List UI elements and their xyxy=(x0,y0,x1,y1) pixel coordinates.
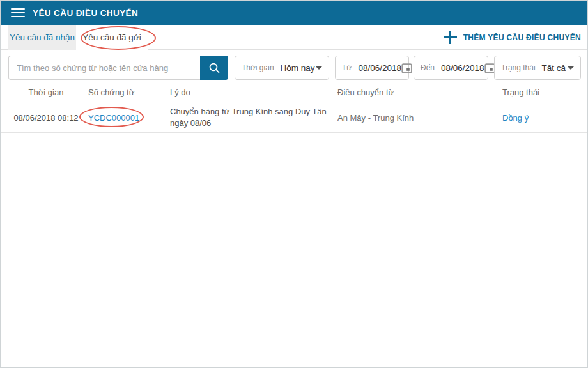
column-header-status: Trạng thái xyxy=(502,82,579,102)
date-to-value: 08/06/2018 xyxy=(441,63,484,73)
row-doc-number-link[interactable]: YCDC000001 xyxy=(88,113,139,123)
tab-received-requests[interactable]: Yêu cầu đã nhận xyxy=(8,25,76,50)
column-header-transfer-from: Điều chuyển từ xyxy=(337,82,491,102)
calendar-icon xyxy=(401,63,412,73)
row-transfer-from: An Mây - Trung Kính xyxy=(337,102,491,133)
column-header-doc-number: Số chứng từ xyxy=(88,82,165,102)
row-status-badge: Đồng ý xyxy=(502,113,529,123)
add-transfer-request-button[interactable]: THÊM YÊU CẦU ĐIỀU CHUYỂN xyxy=(444,25,581,50)
row-time: 08/06/2018 08:12 xyxy=(8,102,84,133)
table-header: Thời gian Số chứng từ Lý do Điều chuyển … xyxy=(1,82,587,102)
date-from-value: 08/06/2018 xyxy=(358,63,401,73)
status-label: Trạng thái xyxy=(501,63,536,72)
status-value: Tất cả xyxy=(542,63,566,73)
column-header-reason: Lý do xyxy=(170,82,331,102)
date-from-label: Từ xyxy=(342,63,352,72)
date-to-field[interactable]: Đến 08/06/2018 xyxy=(414,56,488,80)
hamburger-menu-icon[interactable] xyxy=(11,6,25,20)
chevron-down-icon xyxy=(568,66,574,70)
filter-row: Thời gian Hôm nay Từ 08/06/2018 Đến 08/0… xyxy=(1,56,587,80)
transfer-request-screen: YÊU CẦU ĐIỀU CHUYỂN Yêu cầu đã nhận Yêu … xyxy=(0,0,588,368)
tab-bar: Yêu cầu đã nhận Yêu cầu đã gửi THÊM YÊU … xyxy=(1,25,587,50)
column-header-time: Thời gian xyxy=(8,82,84,102)
chevron-down-icon xyxy=(316,66,322,70)
add-transfer-request-label: THÊM YÊU CẦU ĐIỀU CHUYỂN xyxy=(463,33,581,42)
search-input[interactable] xyxy=(8,56,200,80)
date-from-field[interactable]: Từ 08/06/2018 xyxy=(335,56,409,80)
search-box xyxy=(8,56,228,80)
status-select[interactable]: Trạng thái Tất cả xyxy=(494,56,581,80)
date-to-label: Đến xyxy=(421,63,435,72)
tab-sent-requests[interactable]: Yêu cầu đã gửi xyxy=(76,25,148,50)
time-range-label: Thời gian xyxy=(242,63,274,72)
search-button[interactable] xyxy=(200,56,228,80)
table-row: 08/06/2018 08:12 YCDC000001 Chuyển hàng … xyxy=(1,102,587,133)
search-icon xyxy=(208,62,220,74)
plus-icon xyxy=(444,31,457,44)
time-range-select[interactable]: Thời gian Hôm nay xyxy=(235,56,329,80)
time-range-value: Hôm nay xyxy=(281,63,315,73)
app-bar: YÊU CẦU ĐIỀU CHUYỂN xyxy=(1,1,587,25)
page-title: YÊU CẦU ĐIỀU CHUYỂN xyxy=(33,8,138,18)
row-reason: Chuyển hàng từ Trung Kính sang Duy Tân n… xyxy=(170,106,331,129)
